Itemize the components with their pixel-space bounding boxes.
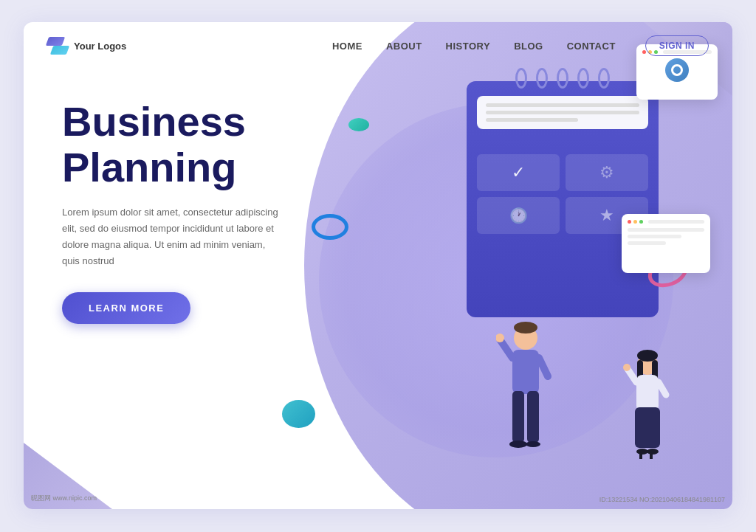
dot-yellow-2 — [633, 220, 637, 224]
watermark-right: ID:13221534 NO:20210406184841981107 — [599, 496, 725, 503]
hero-description: Lorem ipsum dolor sit amet, consectetur … — [62, 204, 284, 269]
person-right-svg — [622, 347, 673, 480]
svg-point-8 — [509, 441, 527, 448]
teal-oval-shape — [348, 118, 369, 131]
hero-title-line2: Planning — [62, 144, 236, 190]
ring-4 — [577, 68, 589, 89]
nav-link-contact[interactable]: CONTACT — [567, 41, 616, 52]
ring-1 — [515, 68, 527, 89]
watermark-left: 昵图网 www.nipic.com — [31, 494, 97, 503]
svg-rect-6 — [512, 391, 524, 443]
notebook-card — [477, 96, 648, 129]
nav-link-history[interactable]: HISTORY — [446, 41, 491, 52]
dot-red-2 — [628, 220, 631, 224]
notebook-rings — [515, 68, 610, 89]
notebook-content — [467, 81, 659, 148]
nav-item-history[interactable]: HISTORY — [446, 39, 491, 52]
nav-item-home[interactable]: HOME — [332, 39, 362, 52]
ring-2 — [536, 68, 548, 89]
nav-item-about[interactable]: ABOUT — [386, 39, 422, 52]
learn-more-button[interactable]: LEARN MORE — [62, 292, 190, 324]
svg-line-16 — [628, 369, 636, 382]
svg-line-4 — [539, 358, 548, 376]
svg-rect-14 — [636, 375, 659, 412]
sign-in-button[interactable]: SIGN IN — [645, 35, 709, 56]
person-left — [496, 317, 555, 465]
person-right — [622, 347, 673, 480]
svg-rect-2 — [512, 350, 539, 394]
nav-link-about[interactable]: ABOUT — [386, 41, 422, 52]
hero-content: Business Planning Lorem ipsum dolor sit … — [24, 69, 319, 324]
hero-title-line1: Business — [62, 98, 246, 145]
ring-5 — [598, 68, 610, 89]
logo-icon — [47, 37, 68, 55]
svg-rect-22 — [650, 452, 653, 459]
svg-line-18 — [659, 382, 666, 395]
nav-item-contact[interactable]: CONTACT — [567, 39, 616, 52]
svg-line-3 — [500, 339, 512, 358]
hero-title: Business Planning — [62, 99, 319, 190]
gear-icon: ⚙ — [599, 163, 614, 182]
float-card-middle-right — [622, 214, 710, 273]
star-icon: ★ — [599, 206, 614, 225]
svg-point-1 — [514, 322, 537, 334]
card-dots-mr — [628, 220, 704, 224]
grid-cell-3: 🕐 — [477, 197, 560, 234]
line-2 — [486, 111, 639, 114]
svg-rect-20 — [639, 452, 642, 459]
card-line-1 — [628, 228, 704, 232]
grid-cell-2: ⚙ — [566, 154, 648, 191]
line-3 — [486, 118, 578, 122]
notebook: ✓ ⚙ 🕐 ★ — [467, 81, 659, 317]
svg-point-11 — [637, 350, 658, 362]
person-left-svg — [496, 317, 555, 465]
nav-item-blog[interactable]: BLOG — [514, 39, 543, 52]
svg-point-9 — [526, 441, 540, 447]
clock-icon: 🕐 — [509, 207, 528, 224]
navbar: Your Logos HOME ABOUT HISTORY BLOG CONTA… — [24, 22, 732, 69]
nav-link-home[interactable]: HOME — [332, 41, 362, 52]
nav-links: HOME ABOUT HISTORY BLOG CONTACT — [332, 39, 616, 52]
page-wrapper: Your Logos HOME ABOUT HISTORY BLOG CONTA… — [24, 22, 732, 509]
svg-rect-7 — [527, 391, 539, 443]
card-line-2 — [628, 235, 681, 238]
ring-3 — [557, 68, 568, 89]
logo-area: Your Logos — [47, 37, 126, 55]
card-line-3 — [628, 241, 666, 245]
grid-cell-1: ✓ — [477, 154, 560, 191]
logo-text: Your Logos — [74, 41, 126, 52]
dot-green-2 — [639, 220, 643, 224]
nav-link-blog[interactable]: BLOG — [514, 41, 543, 52]
blue-ring-shape — [312, 214, 348, 240]
line-1 — [486, 103, 639, 107]
card-url-bar-2 — [648, 220, 704, 224]
svg-point-17 — [623, 364, 630, 371]
check-icon: ✓ — [512, 163, 525, 182]
teal-circle-shape — [282, 400, 315, 428]
svg-rect-15 — [635, 407, 660, 448]
